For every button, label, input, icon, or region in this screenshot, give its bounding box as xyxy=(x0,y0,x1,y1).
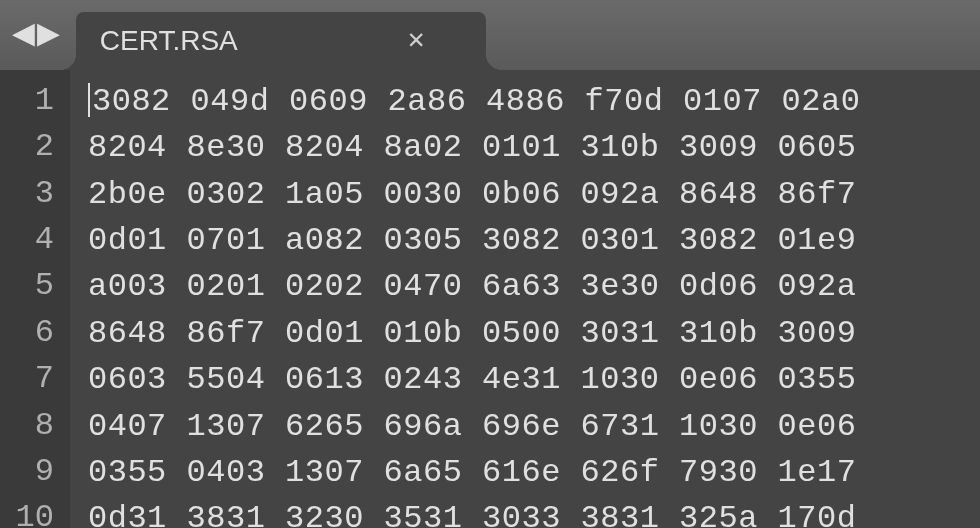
line-number: 7 xyxy=(0,356,70,402)
line-number: 10 xyxy=(0,496,70,528)
code-line: 3082 049d 0609 2a86 4886 f70d 0107 02a0 xyxy=(88,78,980,125)
code-line: 2b0e 0302 1a05 0030 0b06 092a 8648 86f7 xyxy=(88,172,980,218)
code-line: 8204 8e30 8204 8a02 0101 310b 3009 0605 xyxy=(88,125,980,171)
nav-forward-icon[interactable]: ▶ xyxy=(37,16,60,54)
code-line: 8648 86f7 0d01 010b 0500 3031 310b 3009 xyxy=(88,311,980,357)
nav-arrows: ◀ ▶ xyxy=(12,16,76,54)
line-number: 2 xyxy=(0,124,70,170)
code-area[interactable]: 3082 049d 0609 2a86 4886 f70d 0107 02a0 … xyxy=(70,70,980,528)
tab-title: CERT.RSA xyxy=(100,25,238,57)
line-gutter: 1 2 3 4 5 6 7 8 9 10 xyxy=(0,70,70,528)
close-icon[interactable]: ✕ xyxy=(408,27,425,55)
line-number: 9 xyxy=(0,449,70,495)
file-tab[interactable]: CERT.RSA ✕ xyxy=(76,12,486,70)
line-number: 5 xyxy=(0,264,70,310)
line-number: 6 xyxy=(0,310,70,356)
code-line: 0d01 0701 a082 0305 3082 0301 3082 01e9 xyxy=(88,218,980,264)
code-line: 0d31 3831 3230 3531 3033 3831 325a 170d xyxy=(88,497,980,528)
text-cursor xyxy=(88,83,90,117)
code-line: a003 0201 0202 0470 6a63 3e30 0d06 092a xyxy=(88,265,980,311)
line-number: 8 xyxy=(0,403,70,449)
line-number: 3 xyxy=(0,171,70,217)
code-line: 0355 0403 1307 6a65 616e 626f 7930 1e17 xyxy=(88,450,980,496)
code-line: 0407 1307 6265 696a 696e 6731 1030 0e06 xyxy=(88,404,980,450)
nav-back-icon[interactable]: ◀ xyxy=(12,16,35,54)
code-line: 0603 5504 0613 0243 4e31 1030 0e06 0355 xyxy=(88,357,980,403)
editor-pane: 1 2 3 4 5 6 7 8 9 10 3082 049d 0609 2a86… xyxy=(0,70,980,528)
line-number: 1 xyxy=(0,78,70,124)
editor-toolbar: ◀ ▶ CERT.RSA ✕ xyxy=(0,0,980,70)
line-number: 4 xyxy=(0,217,70,263)
